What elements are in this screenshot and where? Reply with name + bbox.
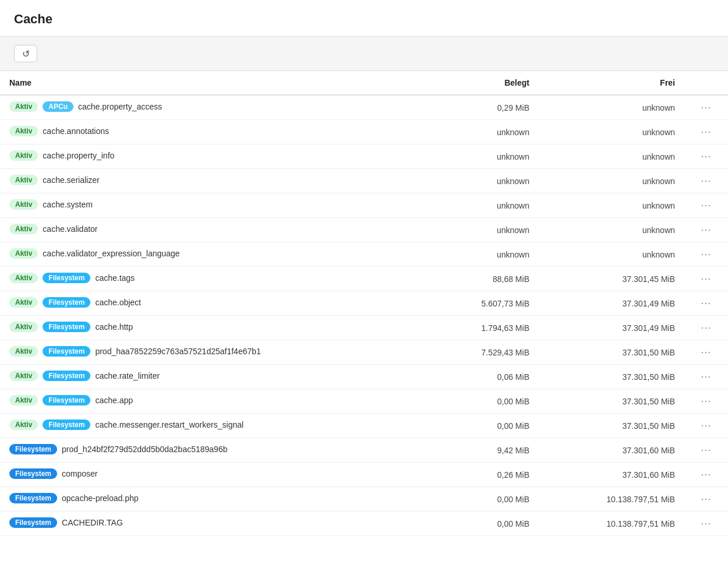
cache-name: CACHEDIR.TAG [62,518,123,527]
belegt-value: 0,00 MiB [422,512,539,536]
type-badge: Filesystem [43,395,90,406]
row-actions-button[interactable]: ··· [684,242,728,267]
row-actions-button[interactable]: ··· [684,487,728,512]
row-actions-button[interactable]: ··· [684,267,728,291]
belegt-value: unknown [422,218,539,242]
aktiv-badge: Aktiv [9,273,38,283]
belegt-value: 0,26 MiB [422,463,539,487]
aktiv-badge: Aktiv [9,322,38,332]
row-actions-button[interactable]: ··· [684,95,728,120]
aktiv-badge: Aktiv [9,297,38,308]
type-badge: Filesystem [9,444,57,454]
name-cell: AktivFilesystemcache.messenger.restart_w… [0,414,422,436]
row-actions-button[interactable]: ··· [684,365,728,389]
table-row: AktivFilesystemcache.messenger.restart_w… [0,414,728,438]
belegt-value: unknown [422,242,539,267]
row-actions-button[interactable]: ··· [684,512,728,536]
frei-value: unknown [539,144,684,169]
name-cell: AktivFilesystemprod_haa7852259c763a57521… [0,340,422,362]
table-row: AktivFilesystemprod_haa7852259c763a57521… [0,340,728,365]
frei-value: 10.138.797,51 MiB [539,487,684,512]
name-cell: Aktivcache.validator [0,218,422,240]
row-actions-button[interactable]: ··· [684,218,728,242]
belegt-value: 0,00 MiB [422,487,539,512]
cache-name: cache.serializer [43,175,99,185]
frei-value: unknown [539,193,684,218]
type-badge: Filesystem [43,371,90,381]
name-cell: FilesystemCACHEDIR.TAG [0,512,422,534]
row-actions-button[interactable]: ··· [684,389,728,414]
aktiv-badge: Aktiv [9,346,38,357]
type-badge: Filesystem [9,493,57,503]
cache-name: cache.validator_expression_language [43,249,180,258]
name-cell: AktivFilesystemcache.http [0,316,422,338]
name-cell: AktivFilesystemcache.object [0,291,422,313]
belegt-value: 0,29 MiB [422,95,539,120]
table-row: AktivFilesystemcache.app0,00 MiB37.301,5… [0,389,728,414]
cache-table: Name Belegt Frei AktivAPCucache.property… [0,71,728,536]
refresh-button[interactable]: ↺ [14,45,37,62]
belegt-value: 88,68 MiB [422,267,539,291]
cache-name: composer [62,469,97,478]
table-row: Aktivcache.annotationsunknownunknown··· [0,120,728,144]
table-row: Aktivcache.property_infounknownunknown··… [0,144,728,169]
cache-name: cache.rate_limiter [95,371,160,380]
row-actions-button[interactable]: ··· [684,316,728,340]
col-header-actions [684,71,728,95]
type-badge: Filesystem [9,468,57,479]
frei-value: 37.301,60 MiB [539,463,684,487]
name-cell: AktivAPCucache.property_access [0,96,422,118]
aktiv-badge: Aktiv [9,224,38,234]
row-actions-button[interactable]: ··· [684,169,728,193]
aktiv-badge: Aktiv [9,395,38,406]
frei-value: 10.138.797,51 MiB [539,512,684,536]
frei-value: 37.301,49 MiB [539,291,684,316]
belegt-value: 0,06 MiB [422,365,539,389]
row-actions-button[interactable]: ··· [684,414,728,438]
name-cell: AktivFilesystemcache.app [0,389,422,411]
cache-name: cache.messenger.restart_workers_signal [95,420,243,429]
belegt-value: unknown [422,193,539,218]
aktiv-badge: Aktiv [9,126,38,136]
cache-name: cache.validator [43,224,97,234]
cache-name: prod_haa7852259c763a57521d25af1f4e67b1 [95,347,261,356]
cache-name: opcache-preload.php [62,493,139,503]
type-badge: Filesystem [43,297,90,308]
table-body: AktivAPCucache.property_access0,29 MiBun… [0,95,728,536]
belegt-value: unknown [422,120,539,144]
row-actions-button[interactable]: ··· [684,193,728,218]
frei-value: 37.301,50 MiB [539,414,684,438]
frei-value: 37.301,45 MiB [539,267,684,291]
toolbar: ↺ [0,37,728,71]
table-row: FilesystemCACHEDIR.TAG0,00 MiB10.138.797… [0,512,728,536]
row-actions-button[interactable]: ··· [684,463,728,487]
name-cell: Aktivcache.validator_expression_language [0,242,422,265]
aktiv-badge: Aktiv [9,371,38,381]
type-badge: Filesystem [9,517,57,528]
aktiv-badge: Aktiv [9,150,38,161]
belegt-value: 7.529,43 MiB [422,340,539,365]
belegt-value: 1.794,63 MiB [422,316,539,340]
page-title: Cache [14,12,714,27]
aktiv-badge: Aktiv [9,248,38,259]
frei-value: 37.301,50 MiB [539,389,684,414]
table-row: AktivFilesystemcache.tags88,68 MiB37.301… [0,267,728,291]
name-cell: AktivFilesystemcache.rate_limiter [0,365,422,387]
row-actions-button[interactable]: ··· [684,438,728,463]
type-badge: Filesystem [43,346,90,357]
row-actions-button[interactable]: ··· [684,291,728,316]
belegt-value: unknown [422,144,539,169]
frei-value: 37.301,49 MiB [539,316,684,340]
row-actions-button[interactable]: ··· [684,144,728,169]
name-cell: AktivFilesystemcache.tags [0,267,422,289]
col-header-frei: Frei [539,71,684,95]
frei-value: 37.301,50 MiB [539,365,684,389]
row-actions-button[interactable]: ··· [684,340,728,365]
name-cell: Aktivcache.annotations [0,120,422,142]
type-badge: Filesystem [43,420,90,430]
table-header: Name Belegt Frei [0,71,728,95]
aktiv-badge: Aktiv [9,420,38,430]
table-row: Aktivcache.validator_expression_language… [0,242,728,267]
cache-table-container: Name Belegt Frei AktivAPCucache.property… [0,71,728,536]
row-actions-button[interactable]: ··· [684,120,728,144]
